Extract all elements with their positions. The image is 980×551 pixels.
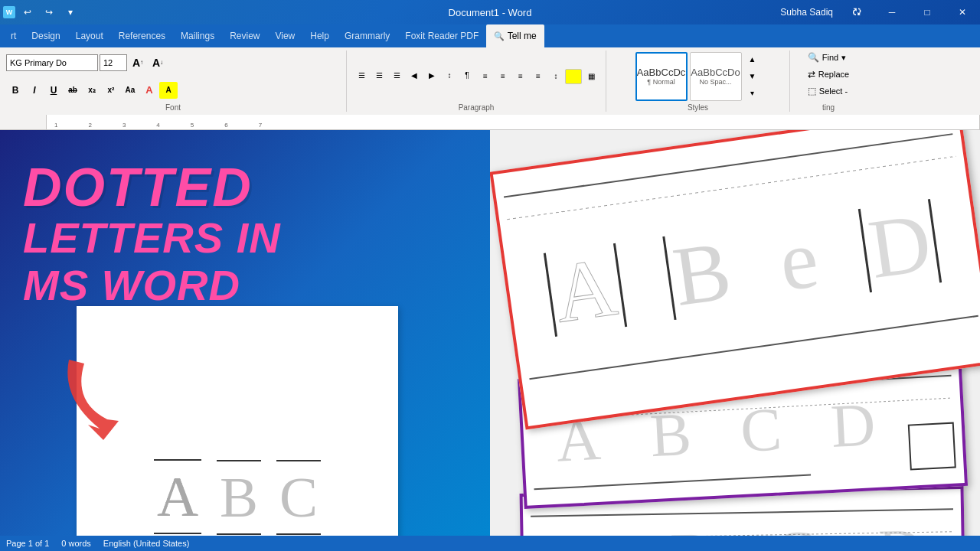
font-size-input[interactable] bbox=[100, 54, 127, 71]
increase-indent-button[interactable]: ▶ bbox=[423, 68, 440, 83]
align-right-button[interactable]: ≡ bbox=[512, 69, 529, 84]
tab-references[interactable]: References bbox=[111, 24, 173, 47]
left-panel: DOTTED LETTERS IN MS WORD A bbox=[0, 130, 490, 551]
letter-b-lined: B bbox=[217, 460, 261, 535]
style-normal-preview: AaBbCcDc bbox=[637, 67, 686, 78]
letter-c-container: C bbox=[276, 460, 321, 535]
tab-home-active[interactable]: 🔍 Tell me bbox=[486, 24, 544, 47]
paragraph-group: ☰ ☰ ☰ ◀ ▶ ↕ ¶ ≡ ≡ ≡ ≡ ↕ ▦ Paragraph bbox=[347, 51, 606, 112]
replace-icon: ⇄ bbox=[808, 69, 815, 80]
word-icon: W bbox=[3, 6, 15, 18]
styles-scroll-down[interactable]: ▼ bbox=[744, 69, 761, 84]
letter-C-p2: C bbox=[739, 398, 782, 461]
find-button[interactable]: 🔍 Find ▾ bbox=[805, 51, 849, 64]
thumbnail-line2: LETTERS IN bbox=[23, 214, 281, 262]
font-group: A↑ A↓ B I U ab x₂ x² Aa A A Font bbox=[0, 51, 347, 112]
user-name: Subha Sadiq bbox=[774, 7, 839, 18]
highlight-button[interactable]: A bbox=[159, 82, 178, 99]
maximize-button[interactable]: □ bbox=[910, 0, 945, 24]
letter-A-p1: A bbox=[544, 243, 628, 337]
bold-button[interactable]: B bbox=[6, 82, 24, 99]
styles-group-label: Styles bbox=[688, 103, 708, 112]
styles-group: AaBbCcDc ¶ Normal AaBbCcDo No Spac... ▲ … bbox=[606, 51, 790, 112]
ribbon-tab-bar: rt Design Layout References Mailings Rev… bbox=[0, 24, 980, 47]
paragraph-group-label: Paragraph bbox=[459, 103, 495, 112]
center-button[interactable]: ≡ bbox=[495, 69, 511, 84]
paragraph-controls: ☰ ☰ ☰ ◀ ▶ ↕ ¶ ≡ ≡ ≡ ≡ ↕ ▦ bbox=[353, 51, 599, 102]
tab-mailings[interactable]: Mailings bbox=[173, 24, 222, 47]
ruler-marks: 1 2 3 4 5 6 7 bbox=[46, 115, 980, 129]
superscript-button[interactable]: x² bbox=[102, 82, 120, 99]
editing-controls: 🔍 Find ▾ ⇄ Replace ⬚ Select - bbox=[805, 51, 852, 102]
letter-C-p1: e bbox=[774, 216, 823, 305]
title-bar: W ↩ ↪ ▾ Document1 - Word Subha Sadiq 🗘 ─… bbox=[0, 0, 980, 24]
ruler: 1 2 3 4 5 6 7 bbox=[0, 115, 980, 130]
underline-button[interactable]: U bbox=[44, 82, 63, 99]
dotted-A: A bbox=[157, 464, 198, 530]
italic-button[interactable]: I bbox=[25, 82, 44, 99]
letter-B-p1: B bbox=[662, 227, 740, 320]
letter-B-p2: B bbox=[648, 403, 692, 466]
tab-view[interactable]: View bbox=[267, 24, 302, 47]
justify-button[interactable]: ≡ bbox=[530, 69, 547, 84]
increase-font-button[interactable]: A↑ bbox=[129, 54, 147, 71]
main-area: DOTTED LETTERS IN MS WORD A bbox=[0, 130, 980, 551]
select-icon: ⬚ bbox=[808, 86, 816, 96]
tab-help[interactable]: Help bbox=[302, 24, 337, 47]
strikethrough-button[interactable]: ab bbox=[64, 82, 82, 99]
tab-foxit[interactable]: Foxit Reader PDF bbox=[397, 24, 486, 47]
bullets-button[interactable]: ☰ bbox=[353, 68, 370, 83]
styles-expand[interactable]: ▾ bbox=[744, 86, 761, 101]
arrow-svg bbox=[46, 352, 145, 452]
tab-layout[interactable]: Layout bbox=[68, 24, 111, 47]
ribbon-content: A↑ A↓ B I U ab x₂ x² Aa A A Font ☰ ☰ ☰ bbox=[0, 47, 980, 115]
tab-review[interactable]: Review bbox=[222, 24, 267, 47]
dotted-C: C bbox=[279, 465, 318, 530]
style-nospacing-preview: AaBbCcDo bbox=[691, 67, 740, 78]
sort-button[interactable]: ↕ bbox=[441, 68, 458, 83]
styles-controls: AaBbCcDc ¶ Normal AaBbCcDo No Spac... ▲ … bbox=[635, 51, 761, 102]
style-normal[interactable]: AaBbCcDc ¶ Normal bbox=[635, 52, 688, 101]
redo-button[interactable]: ↪ bbox=[40, 3, 58, 21]
minimize-button[interactable]: ─ bbox=[874, 0, 910, 24]
tab-design[interactable]: Design bbox=[24, 24, 67, 47]
numbering-button[interactable]: ☰ bbox=[371, 68, 387, 83]
tab-home[interactable]: rt bbox=[3, 24, 24, 47]
decrease-indent-button[interactable]: ◀ bbox=[406, 68, 423, 83]
customize-qat-button[interactable]: ▾ bbox=[61, 3, 80, 21]
pages-container: A B e D A B C bbox=[498, 130, 980, 551]
thumbnail-text: DOTTED LETTERS IN MS WORD bbox=[23, 161, 281, 308]
letter-c-lined: C bbox=[276, 460, 321, 535]
close-button[interactable]: ✕ bbox=[945, 0, 980, 24]
decrease-font-button[interactable]: A↓ bbox=[149, 54, 167, 71]
undo-button[interactable]: ↩ bbox=[18, 3, 37, 21]
status-bar: Page 1 of 1 0 words English (United Stat… bbox=[0, 536, 980, 551]
styles-scroll: ▲ ▼ ▾ bbox=[744, 52, 761, 101]
page2-box bbox=[908, 422, 956, 471]
multilevel-button[interactable]: ☰ bbox=[388, 68, 405, 83]
align-left-button[interactable]: ≡ bbox=[477, 69, 494, 84]
select-button[interactable]: ⬚ Select - bbox=[805, 84, 851, 98]
styles-scroll-up[interactable]: ▲ bbox=[744, 52, 761, 67]
shading-button[interactable] bbox=[565, 69, 582, 84]
letter-D-p2: D bbox=[829, 393, 877, 456]
line-spacing-button[interactable]: ↕ bbox=[547, 69, 564, 84]
font-name-input[interactable] bbox=[6, 54, 98, 71]
style-nospacing[interactable]: AaBbCcDo No Spac... bbox=[690, 52, 742, 101]
page-indicator: Page 1 of 1 bbox=[6, 539, 49, 548]
letter-D-p1: D bbox=[858, 199, 942, 292]
subscript-button[interactable]: x₂ bbox=[83, 82, 101, 99]
ribbon-collapse-button[interactable]: 🗘 bbox=[839, 0, 874, 24]
thumbnail-arrow bbox=[46, 352, 138, 444]
replace-button[interactable]: ⇄ Replace bbox=[805, 67, 852, 81]
clear-formatting-button[interactable]: Aa bbox=[121, 82, 139, 99]
style-nospacing-label: No Spac... bbox=[699, 78, 731, 86]
font-color-button[interactable]: A bbox=[140, 82, 158, 99]
word-count: 0 words bbox=[61, 539, 91, 548]
thumbnail-line1: DOTTED bbox=[23, 161, 281, 214]
language-indicator: English (United States) bbox=[103, 539, 190, 548]
tab-grammarly[interactable]: Grammarly bbox=[337, 24, 397, 47]
window-title: Document1 - Word bbox=[449, 7, 532, 18]
show-para-button[interactable]: ¶ bbox=[459, 68, 475, 83]
borders-button[interactable]: ▦ bbox=[583, 69, 599, 84]
